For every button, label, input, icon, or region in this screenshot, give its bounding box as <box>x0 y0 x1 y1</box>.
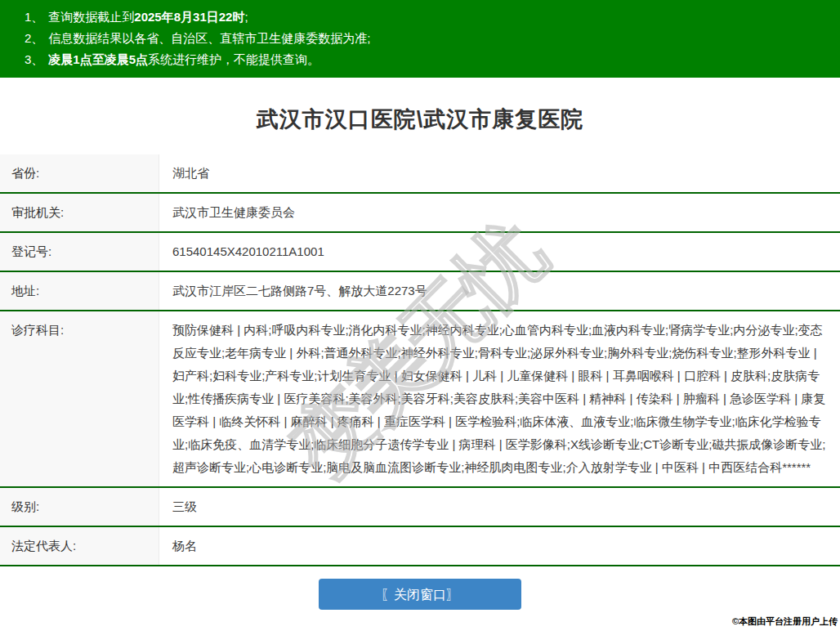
row-value: 预防保健科 | 内科;呼吸内科专业;消化内科专业;神经内科专业;心血管内科专业;… <box>159 311 840 486</box>
row-label: 诊疗科目: <box>0 311 159 486</box>
notice-line-3: 3、凌晨1点至凌晨5点系统进行维护，不能提供查询。 <box>25 49 832 70</box>
hospital-info-table: 省份: 湖北省 审批机关: 武汉市卫生健康委员会 登记号: 61540145X4… <box>0 154 840 566</box>
notice-number: 3、 <box>25 52 43 66</box>
row-value: 武汉市卫生健康委员会 <box>159 194 840 231</box>
row-value: 武汉市江岸区二七路侧路7号、解放大道2273号 <box>159 272 840 310</box>
row-label: 登记号: <box>0 233 159 271</box>
row-label: 法定代表人: <box>0 527 159 565</box>
page-title: 武汉市汉口医院\武汉市康复医院 <box>0 78 840 154</box>
row-value: 三级 <box>159 488 840 526</box>
table-row-medical-subjects: 诊疗科目: 预防保健科 | 内科;呼吸内科专业;消化内科专业;神经内科专业;心血… <box>0 311 840 488</box>
upload-credit-text: ©本图由平台注册用户上传 <box>732 615 838 628</box>
row-value: 61540145X42010211A1001 <box>159 233 840 271</box>
close-window-button[interactable]: 〖关闭窗口〗 <box>319 579 521 610</box>
table-row-approval-authority: 审批机关: 武汉市卫生健康委员会 <box>0 194 840 233</box>
row-label: 省份: <box>0 154 159 192</box>
row-label: 级别: <box>0 488 159 526</box>
table-row-level: 级别: 三级 <box>0 488 840 527</box>
button-container: 〖关闭窗口〗 <box>0 579 840 610</box>
notice-text-after: 系统进行维护，不能提供查询。 <box>148 52 319 66</box>
notice-number: 1、 <box>25 10 43 24</box>
notice-line-2: 2、信息数据结果以各省、自治区、直辖市卫生健康委数据为准; <box>25 28 832 49</box>
notice-text: 查询数据截止到 <box>48 10 134 24</box>
table-row-registration-number: 登记号: 61540145X42010211A1001 <box>0 233 840 272</box>
notice-bold-text: 2025年8月31日22时 <box>134 10 244 24</box>
notice-text-after: ; <box>244 10 248 24</box>
row-value: 湖北省 <box>159 154 840 192</box>
row-label: 地址: <box>0 272 159 310</box>
notice-text: 信息数据结果以各省、自治区、直辖市卫生健康委数据为准; <box>48 31 370 45</box>
notice-number: 2、 <box>25 31 43 45</box>
table-row-province: 省份: 湖北省 <box>0 154 840 194</box>
notice-header: 1、查询数据截止到2025年8月31日22时; 2、信息数据结果以各省、自治区、… <box>0 0 840 78</box>
row-value: 杨名 <box>159 527 840 565</box>
notice-line-1: 1、查询数据截止到2025年8月31日22时; <box>25 7 832 28</box>
notice-bold-text: 凌晨1点至凌晨5点 <box>48 52 148 66</box>
table-row-legal-representative: 法定代表人: 杨名 <box>0 527 840 566</box>
table-row-address: 地址: 武汉市江岸区二七路侧路7号、解放大道2273号 <box>0 272 840 311</box>
row-label: 审批机关: <box>0 194 159 231</box>
